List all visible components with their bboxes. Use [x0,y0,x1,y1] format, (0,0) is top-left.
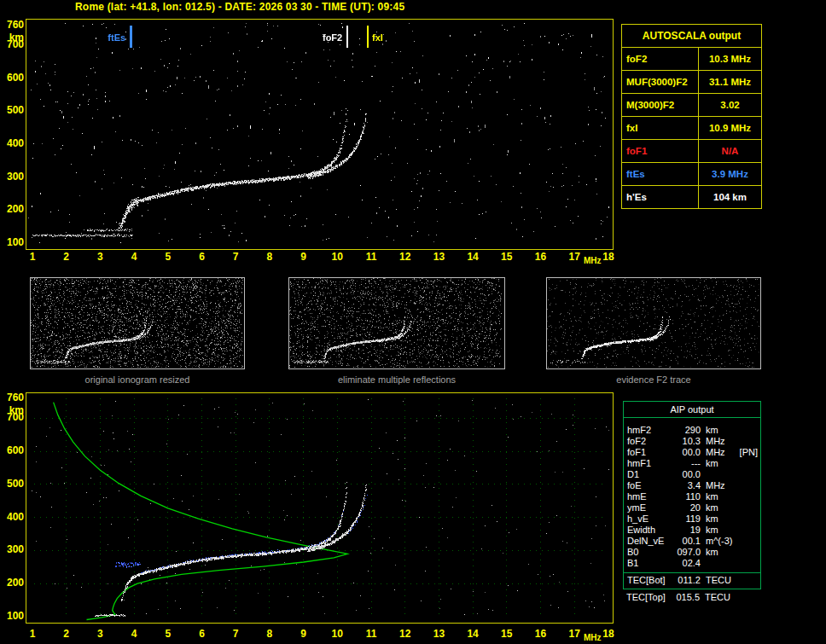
x-axis-tick-label: 16 [528,628,554,640]
param-label: foF2 [622,48,699,70]
param-label: fxI [622,117,699,139]
y-axis-tick-label: 760 [2,392,24,403]
aip-param: h_vE [627,513,675,525]
autoscala-row: foF210.3 MHz [622,48,761,71]
marker-label-fof2: foF2 [306,32,342,43]
aip-note [735,425,760,436]
x-axis-tick-label: 13 [426,251,451,263]
aip-unit: km [701,502,735,513]
x-axis-unit-label: MHz [584,255,602,267]
thumbnail-caption-original: original ionogram resized [30,374,245,385]
aip-unit: km [701,458,735,469]
x-axis-tick-label: 10 [324,628,350,640]
x-axis-tick-label: 13 [426,628,451,640]
x-axis-tick-label: 4 [121,628,147,640]
aip-note [735,536,760,547]
y-axis-unit-label: km [2,404,24,416]
param-label: h'Es [622,186,699,208]
aip-note [735,458,760,469]
x-axis-tick-label: 4 [121,251,147,263]
y-axis-tick-label: 500 [2,478,24,490]
aip-note [734,592,763,603]
param-value: N/A [699,146,761,156]
y-axis-tick-label: 600 [2,72,24,84]
aip-table-body: hmF2290kmfoF210.3MHzfoF100.0MHz[PN]hmF1-… [624,418,760,571]
aip-note [735,547,760,558]
y-axis-tick-label: 760 [2,19,24,31]
aip-unit: km [701,425,735,436]
aip-value: 015.5 [674,592,700,603]
autoscala-row: fxI10.9 MHz [622,117,761,140]
marker-line-fof2 [346,26,348,48]
aip-unit: TECU [700,592,734,603]
aip-unit: km [701,491,735,502]
x-axis-unit-label: MHz [584,632,602,644]
thumbnail-no-multiples-canvas [288,277,505,369]
aip-param: hmF2 [627,425,675,436]
x-axis-tick-label: 6 [189,251,215,263]
param-label: M(3000)F2 [622,94,699,116]
aip-value: 3.4 [675,480,701,491]
aip-table: AIP output hmF2290kmfoF210.3MHzfoF100.0M… [623,401,761,589]
param-value: 3.02 [699,100,761,110]
aip-note: [PN] [735,447,760,458]
aip-row: ymE20km [627,502,760,513]
aip-row: h_vE119km [627,513,760,525]
y-axis-tick-label: 300 [2,543,24,555]
aip-unit [701,558,735,569]
aip-note [735,558,760,569]
x-axis-tick-label: 6 [189,628,215,640]
autoscala-table: AUTOSCALA output foF210.3 MHzMUF(3000)F2… [621,24,762,209]
x-axis-tick-label: 7 [223,628,248,640]
x-axis-tick-label: 9 [291,628,317,640]
x-axis-tick-label: 3 [87,251,113,263]
aip-value: 00.1 [675,536,701,547]
aip-row: B102.4 [627,558,760,569]
aip-param: TEC[Top] [626,592,674,603]
aip-row: foF100.0MHz[PN] [627,447,760,458]
aip-value: 10.3 [675,436,701,447]
aip-param: B1 [627,558,675,569]
autoscala-row: foF1N/A [622,140,761,163]
y-axis-tick-label: 600 [2,444,24,456]
aip-param: D1 [627,469,675,480]
aip-unit: MHz [701,436,735,447]
aip-param: ymE [627,502,675,513]
main-ionogram-canvas [26,20,611,247]
aip-unit: km [701,525,735,536]
aip-value: 097.0 [675,547,701,558]
aip-row: foE3.4MHz [627,480,760,491]
x-axis-tick-label: 2 [54,251,79,263]
aip-value: 20 [675,502,701,513]
aip-row: Ewidth19km [627,525,760,536]
marker-label-fxi: fxI [372,32,383,43]
autoscala-table-header: AUTOSCALA output [622,25,761,48]
aip-unit: MHz [701,480,735,491]
param-value: 3.9 MHz [699,169,761,179]
aip-unit: TECU [701,575,735,586]
aip-table-header: AIP output [624,402,760,418]
y-axis-tick-label: 500 [2,104,24,116]
x-axis-tick-label: 8 [257,628,282,640]
x-axis-tick-label: 12 [393,628,418,640]
y-axis-tick-label: 400 [2,137,24,149]
param-label: MUF(3000)F2 [622,71,699,93]
aip-row: D100.0 [627,469,760,480]
aip-param: TEC[Bot] [627,575,675,586]
x-axis-tick-label: 9 [291,251,317,263]
aip-param: B0 [627,547,675,558]
aip-row: hmF2290km [627,425,760,436]
y-axis-unit-label: km [2,32,24,44]
x-axis-tick-label: 3 [87,628,113,640]
aip-note [735,575,760,586]
aip-value: 119 [675,513,701,525]
aip-tecbot-row: TEC[Bot]011.2TECU [627,575,760,586]
aip-row: DelN_vE00.1m^(-3) [627,536,760,547]
aip-value: 011.2 [675,575,701,586]
param-value: 10.3 MHz [699,54,761,64]
param-value: 31.1 MHz [699,77,761,87]
x-axis-tick-label: 11 [358,628,384,640]
autoscala-row: M(3000)F23.02 [622,94,761,117]
aip-unit [701,469,735,480]
aip-tecbot-container: TEC[Bot]011.2TECU [624,573,760,589]
